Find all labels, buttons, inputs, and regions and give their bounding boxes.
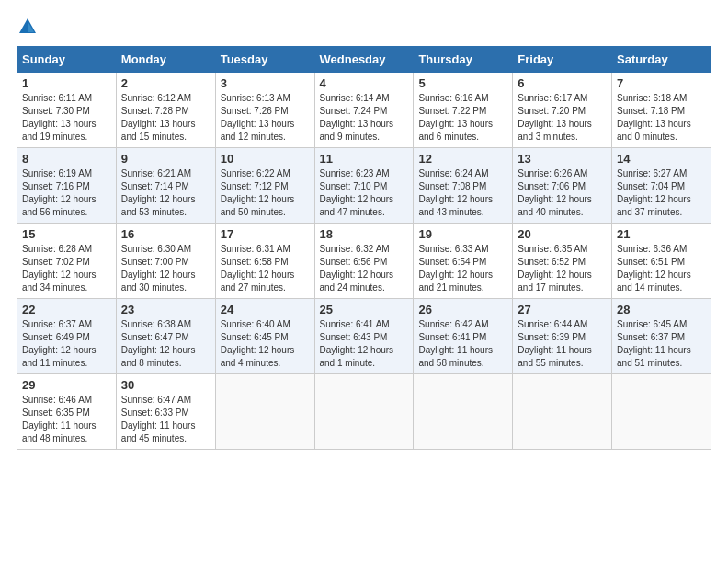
day-number: 16	[121, 227, 210, 241]
calendar-cell: 7Sunrise: 6:18 AM Sunset: 7:18 PM Daylig…	[612, 73, 711, 148]
calendar-cell: 21Sunrise: 6:36 AM Sunset: 6:51 PM Dayli…	[612, 224, 711, 299]
calendar-cell: 2Sunrise: 6:12 AM Sunset: 7:28 PM Daylig…	[116, 73, 215, 148]
day-number: 5	[418, 76, 507, 90]
col-thursday: Thursday	[414, 47, 513, 73]
day-number: 14	[617, 152, 706, 166]
day-number: 23	[121, 303, 210, 316]
calendar-cell: 3Sunrise: 6:13 AM Sunset: 7:26 PM Daylig…	[215, 73, 314, 148]
day-number: 15	[22, 227, 111, 241]
col-monday: Monday	[116, 47, 215, 73]
day-number: 26	[418, 303, 507, 316]
logo	[17, 17, 38, 37]
day-number: 12	[418, 152, 507, 166]
calendar-cell: 28Sunrise: 6:45 AM Sunset: 6:37 PM Dayli…	[612, 299, 711, 374]
day-info: Sunrise: 6:35 AM Sunset: 6:52 PM Dayligh…	[518, 243, 607, 294]
day-number: 30	[121, 378, 210, 392]
calendar-cell: 4Sunrise: 6:14 AM Sunset: 7:24 PM Daylig…	[314, 73, 414, 148]
day-number: 20	[518, 227, 607, 241]
day-number: 4	[320, 76, 409, 90]
calendar-cell: 8Sunrise: 6:19 AM Sunset: 7:16 PM Daylig…	[17, 148, 117, 224]
calendar-week-5: 29Sunrise: 6:46 AM Sunset: 6:35 PM Dayli…	[17, 374, 711, 450]
day-info: Sunrise: 6:22 AM Sunset: 7:12 PM Dayligh…	[221, 167, 310, 219]
svg-marker-1	[28, 21, 34, 32]
day-number: 10	[221, 152, 310, 166]
calendar-cell: 22Sunrise: 6:37 AM Sunset: 6:49 PM Dayli…	[17, 299, 117, 374]
calendar-cell: 11Sunrise: 6:23 AM Sunset: 7:10 PM Dayli…	[314, 148, 414, 224]
day-info: Sunrise: 6:45 AM Sunset: 6:37 PM Dayligh…	[617, 318, 706, 370]
day-info: Sunrise: 6:37 AM Sunset: 6:49 PM Dayligh…	[22, 318, 111, 370]
day-info: Sunrise: 6:30 AM Sunset: 7:00 PM Dayligh…	[121, 243, 210, 294]
calendar-cell: 23Sunrise: 6:38 AM Sunset: 6:47 PM Dayli…	[116, 299, 215, 374]
day-number: 8	[22, 152, 111, 166]
day-number: 1	[22, 76, 111, 90]
day-info: Sunrise: 6:27 AM Sunset: 7:04 PM Dayligh…	[617, 167, 706, 219]
calendar-cell: 6Sunrise: 6:17 AM Sunset: 7:20 PM Daylig…	[513, 73, 612, 148]
calendar-cell	[314, 374, 414, 450]
day-info: Sunrise: 6:11 AM Sunset: 7:30 PM Dayligh…	[22, 92, 111, 144]
calendar-cell	[513, 374, 612, 450]
day-info: Sunrise: 6:26 AM Sunset: 7:06 PM Dayligh…	[518, 167, 607, 219]
day-info: Sunrise: 6:28 AM Sunset: 7:02 PM Dayligh…	[22, 243, 111, 294]
day-number: 25	[320, 303, 409, 316]
calendar-cell: 25Sunrise: 6:41 AM Sunset: 6:43 PM Dayli…	[314, 299, 414, 374]
day-number: 28	[617, 303, 706, 316]
day-number: 18	[320, 227, 409, 241]
calendar-cell: 29Sunrise: 6:46 AM Sunset: 6:35 PM Dayli…	[17, 374, 117, 450]
col-friday: Friday	[513, 47, 612, 73]
day-info: Sunrise: 6:32 AM Sunset: 6:56 PM Dayligh…	[320, 243, 409, 294]
logo-icon	[17, 17, 38, 37]
calendar-cell: 30Sunrise: 6:47 AM Sunset: 6:33 PM Dayli…	[116, 374, 215, 450]
day-info: Sunrise: 6:12 AM Sunset: 7:28 PM Dayligh…	[121, 92, 210, 144]
day-info: Sunrise: 6:33 AM Sunset: 6:54 PM Dayligh…	[418, 243, 507, 294]
calendar-cell: 5Sunrise: 6:16 AM Sunset: 7:22 PM Daylig…	[414, 73, 513, 148]
calendar-cell: 18Sunrise: 6:32 AM Sunset: 6:56 PM Dayli…	[314, 224, 414, 299]
calendar-cell: 15Sunrise: 6:28 AM Sunset: 7:02 PM Dayli…	[17, 224, 117, 299]
calendar-cell: 12Sunrise: 6:24 AM Sunset: 7:08 PM Dayli…	[414, 148, 513, 224]
col-saturday: Saturday	[612, 47, 711, 73]
col-sunday: Sunday	[17, 47, 117, 73]
day-info: Sunrise: 6:40 AM Sunset: 6:45 PM Dayligh…	[221, 318, 310, 370]
day-number: 21	[617, 227, 706, 241]
calendar-header-row: Sunday Monday Tuesday Wednesday Thursday…	[17, 47, 711, 73]
day-info: Sunrise: 6:44 AM Sunset: 6:39 PM Dayligh…	[518, 318, 607, 370]
day-info: Sunrise: 6:41 AM Sunset: 6:43 PM Dayligh…	[320, 318, 409, 370]
col-wednesday: Wednesday	[314, 47, 414, 73]
calendar-cell: 20Sunrise: 6:35 AM Sunset: 6:52 PM Dayli…	[513, 224, 612, 299]
day-info: Sunrise: 6:38 AM Sunset: 6:47 PM Dayligh…	[121, 318, 210, 370]
calendar-cell	[414, 374, 513, 450]
day-number: 19	[418, 227, 507, 241]
day-info: Sunrise: 6:17 AM Sunset: 7:20 PM Dayligh…	[518, 92, 607, 144]
calendar-cell: 10Sunrise: 6:22 AM Sunset: 7:12 PM Dayli…	[215, 148, 314, 224]
calendar-week-2: 8Sunrise: 6:19 AM Sunset: 7:16 PM Daylig…	[17, 148, 711, 224]
calendar: Sunday Monday Tuesday Wednesday Thursday…	[17, 46, 711, 450]
day-info: Sunrise: 6:18 AM Sunset: 7:18 PM Dayligh…	[617, 92, 706, 144]
calendar-cell: 27Sunrise: 6:44 AM Sunset: 6:39 PM Dayli…	[513, 299, 612, 374]
col-tuesday: Tuesday	[215, 47, 314, 73]
calendar-week-3: 15Sunrise: 6:28 AM Sunset: 7:02 PM Dayli…	[17, 224, 711, 299]
day-info: Sunrise: 6:47 AM Sunset: 6:33 PM Dayligh…	[121, 394, 210, 445]
calendar-cell	[215, 374, 314, 450]
day-number: 2	[121, 76, 210, 90]
day-number: 9	[121, 152, 210, 166]
day-number: 22	[22, 303, 111, 316]
calendar-cell	[612, 374, 711, 450]
day-info: Sunrise: 6:21 AM Sunset: 7:14 PM Dayligh…	[121, 167, 210, 219]
calendar-cell: 9Sunrise: 6:21 AM Sunset: 7:14 PM Daylig…	[116, 148, 215, 224]
day-info: Sunrise: 6:31 AM Sunset: 6:58 PM Dayligh…	[221, 243, 310, 294]
day-number: 24	[221, 303, 310, 316]
day-number: 6	[518, 76, 607, 90]
day-number: 27	[518, 303, 607, 316]
day-number: 7	[617, 76, 706, 90]
day-info: Sunrise: 6:13 AM Sunset: 7:26 PM Dayligh…	[221, 92, 310, 144]
calendar-cell: 26Sunrise: 6:42 AM Sunset: 6:41 PM Dayli…	[414, 299, 513, 374]
day-info: Sunrise: 6:14 AM Sunset: 7:24 PM Dayligh…	[320, 92, 409, 144]
day-info: Sunrise: 6:24 AM Sunset: 7:08 PM Dayligh…	[418, 167, 507, 219]
day-number: 17	[221, 227, 310, 241]
calendar-cell: 17Sunrise: 6:31 AM Sunset: 6:58 PM Dayli…	[215, 224, 314, 299]
day-number: 13	[518, 152, 607, 166]
day-number: 29	[22, 378, 111, 392]
calendar-cell: 14Sunrise: 6:27 AM Sunset: 7:04 PM Dayli…	[612, 148, 711, 224]
day-info: Sunrise: 6:23 AM Sunset: 7:10 PM Dayligh…	[320, 167, 409, 219]
calendar-cell: 19Sunrise: 6:33 AM Sunset: 6:54 PM Dayli…	[414, 224, 513, 299]
day-info: Sunrise: 6:36 AM Sunset: 6:51 PM Dayligh…	[617, 243, 706, 294]
